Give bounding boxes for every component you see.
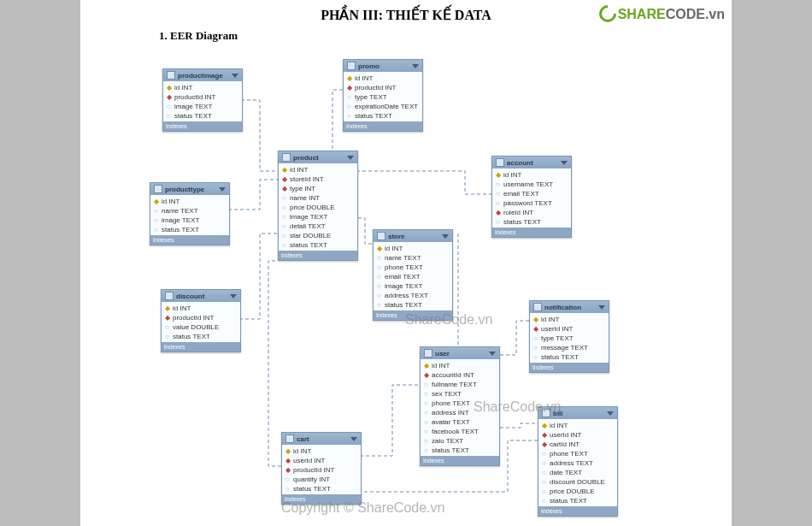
table-column: ◆type INT bbox=[280, 184, 356, 193]
table-column: ◆id INT bbox=[375, 244, 450, 253]
table-column: ○discount DOUBLE bbox=[540, 477, 615, 487]
table-column: ◆id INT bbox=[280, 165, 356, 174]
table-column: ○image TEXT bbox=[375, 281, 450, 291]
column-name: name TEXT bbox=[162, 207, 198, 215]
chevron-down-icon bbox=[219, 187, 226, 192]
table-column: ○type TEXT bbox=[345, 92, 421, 102]
chevron-down-icon bbox=[347, 156, 354, 160]
column-name: productId INT bbox=[355, 84, 396, 92]
attr-icon: ○ bbox=[533, 353, 538, 361]
attr-icon: ○ bbox=[282, 204, 287, 211]
attr-icon: ○ bbox=[496, 180, 501, 188]
table-header: notification bbox=[530, 301, 609, 313]
table-column: ◆id INT bbox=[345, 74, 421, 83]
attr-icon: ○ bbox=[377, 263, 382, 271]
table-column: ○phone TEXT bbox=[540, 449, 615, 458]
key-icon: ◆ bbox=[282, 166, 287, 174]
table-column: ◆productId INT bbox=[284, 465, 359, 475]
chevron-down-icon bbox=[442, 234, 449, 239]
chevron-down-icon bbox=[607, 411, 614, 416]
table-header: product bbox=[279, 151, 357, 163]
column-name: roleId INT bbox=[503, 209, 533, 216]
column-list: ◆id INT◆storeId INT◆type INT○name INT○pr… bbox=[279, 163, 357, 251]
column-name: status TEXT bbox=[432, 446, 469, 454]
attr-icon: ○ bbox=[285, 476, 291, 483]
watermark-text: ShareCode.vn bbox=[474, 399, 561, 415]
table-column: ◆id INT bbox=[532, 315, 607, 324]
indexes-section: Indexes bbox=[492, 228, 571, 237]
column-name: status TEXT bbox=[290, 241, 327, 249]
attr-icon: ○ bbox=[533, 344, 538, 352]
table-icon bbox=[154, 185, 162, 193]
attr-icon: ○ bbox=[377, 292, 382, 299]
attr-icon: ○ bbox=[282, 194, 287, 202]
chevron-down-icon bbox=[561, 161, 568, 165]
column-name: email TEXT bbox=[385, 273, 421, 281]
column-name: message TEXT bbox=[541, 344, 588, 352]
fkey-icon: ◆ bbox=[542, 431, 547, 439]
table-column: ◆id INT bbox=[422, 361, 497, 370]
table-column: ○name TEXT bbox=[152, 206, 227, 216]
column-name: value DOUBLE bbox=[173, 323, 219, 331]
indexes-section: Indexes bbox=[530, 363, 609, 372]
attr-icon: ○ bbox=[154, 207, 159, 215]
table-header: store bbox=[374, 230, 452, 242]
column-name: status TEXT bbox=[541, 353, 579, 361]
table-column: ○zalo TEXT bbox=[422, 436, 497, 446]
column-name: name TEXT bbox=[385, 254, 421, 262]
key-icon: ◆ bbox=[377, 245, 382, 252]
key-icon: ◆ bbox=[542, 422, 547, 429]
column-name: id INT bbox=[355, 74, 373, 82]
table-column: ○type TEXT bbox=[532, 334, 607, 343]
key-icon: ◆ bbox=[154, 198, 159, 205]
column-name: address INT bbox=[432, 409, 469, 417]
attr-icon: ○ bbox=[154, 216, 159, 224]
column-name: userId INT bbox=[550, 431, 581, 439]
attr-icon: ○ bbox=[424, 418, 429, 426]
column-name: name INT bbox=[290, 194, 320, 202]
table-name: promo bbox=[358, 62, 380, 70]
column-name: zalo TEXT bbox=[432, 437, 463, 445]
column-name: sex TEXT bbox=[432, 390, 462, 398]
table-header: user bbox=[421, 347, 499, 359]
indexes-section: Indexes bbox=[538, 506, 617, 516]
table-icon bbox=[424, 349, 432, 358]
table-column: ◆accountId INT bbox=[422, 370, 497, 380]
attr-icon: ○ bbox=[377, 301, 382, 309]
attr-icon: ○ bbox=[167, 112, 172, 120]
indexes-section: Indexes bbox=[163, 121, 242, 131]
table-column: ○quantity INT bbox=[284, 475, 359, 484]
eer-diagram: ShareCode.vn ShareCode.vn Copyright © Sh… bbox=[80, 47, 732, 526]
attr-icon: ○ bbox=[347, 93, 352, 101]
table-column: ○expirationDate TEXT bbox=[345, 102, 421, 111]
logo-tld: .vn bbox=[705, 7, 725, 21]
column-name: phone TEXT bbox=[550, 450, 588, 458]
attr-icon: ○ bbox=[377, 282, 382, 290]
chevron-down-icon bbox=[350, 437, 357, 441]
attr-icon: ○ bbox=[542, 450, 547, 458]
table-column: ◆userId INT bbox=[540, 430, 615, 440]
attr-icon: ○ bbox=[542, 478, 547, 486]
table-header: producttype bbox=[150, 183, 229, 195]
table-column: ◆storeId INT bbox=[280, 174, 356, 184]
attr-icon: ○ bbox=[282, 213, 287, 221]
indexes-section: Indexes bbox=[344, 121, 422, 131]
column-name: facebook TEXT bbox=[432, 428, 479, 435]
attr-icon: ○ bbox=[165, 333, 170, 340]
attr-icon: ○ bbox=[424, 381, 429, 388]
table-header: account bbox=[492, 157, 571, 168]
chevron-down-icon bbox=[598, 305, 605, 310]
column-name: id INT bbox=[293, 447, 311, 455]
table-discount: discount◆id INT◆productId INT○value DOUB… bbox=[161, 289, 241, 352]
attr-icon: ○ bbox=[377, 254, 382, 262]
table-column: ○value DOUBLE bbox=[163, 322, 238, 332]
watermark-text: ShareCode.vn bbox=[405, 312, 492, 328]
key-icon: ◆ bbox=[496, 171, 501, 179]
table-producttype: producttype◆id INT○name TEXT○image TEXT○… bbox=[150, 182, 230, 245]
column-name: id INT bbox=[290, 166, 308, 174]
attr-icon: ○ bbox=[542, 459, 547, 467]
key-icon: ◆ bbox=[167, 84, 172, 92]
column-name: username TEXT bbox=[503, 180, 553, 188]
column-name: status TEXT bbox=[385, 301, 422, 309]
table-header: promo bbox=[344, 60, 422, 72]
